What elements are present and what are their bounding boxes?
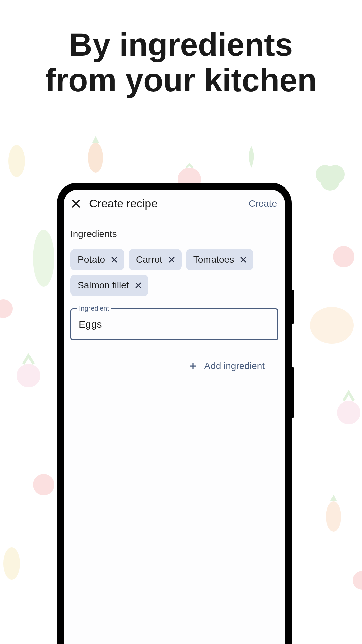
tomato-deco-icon: [30, 470, 57, 496]
heading-line1: By ingredients: [0, 27, 362, 62]
heading-line2: from your kitchen: [0, 62, 362, 98]
chip-label: Carrot: [136, 254, 162, 265]
chip-label: Tomatoes: [193, 254, 234, 265]
svg-point-10: [17, 364, 40, 387]
app-bar: Create recipe Create: [64, 190, 285, 217]
tomato-deco-icon: [352, 570, 362, 590]
create-button[interactable]: Create: [249, 198, 278, 209]
ingredient-input-wrapper: Ingredient: [70, 308, 278, 340]
svg-point-9: [310, 307, 354, 344]
screen-title: Create recipe: [89, 197, 241, 210]
phone-side-button: [292, 290, 294, 324]
radish-deco-icon: [335, 389, 362, 429]
svg-point-1: [8, 145, 25, 177]
phone-frame: Create recipe Create Ingredients Potato …: [57, 183, 292, 644]
remove-chip-icon[interactable]: [110, 256, 118, 264]
radish-deco-icon: [13, 352, 44, 392]
pumpkin-deco-icon: [307, 299, 357, 349]
corn-deco-icon: [5, 141, 28, 178]
ingredient-input[interactable]: [70, 308, 278, 340]
chip-label: Potato: [78, 254, 105, 265]
input-floating-label: Ingredient: [77, 305, 111, 312]
svg-point-8: [0, 299, 13, 318]
ingredient-chip[interactable]: Tomatoes: [186, 249, 253, 270]
ingredient-chip[interactable]: Potato: [70, 249, 124, 270]
corn-deco-icon: [0, 543, 23, 580]
svg-point-7: [333, 246, 354, 267]
ingredient-chip[interactable]: Carrot: [129, 249, 182, 270]
ingredient-chip[interactable]: Salmon fillet: [70, 275, 148, 296]
ingredients-section-label: Ingredients: [70, 229, 278, 239]
remove-chip-icon[interactable]: [239, 256, 247, 264]
svg-point-6: [33, 230, 54, 287]
add-ingredient-button[interactable]: Add ingredient: [70, 353, 278, 371]
plus-icon: [189, 362, 197, 370]
tomato-deco-icon: [0, 299, 13, 319]
carrot-deco-icon: [322, 493, 345, 533]
close-icon[interactable]: [70, 198, 82, 209]
svg-point-5: [321, 172, 340, 191]
carrot-deco-icon: [84, 134, 107, 174]
svg-point-13: [326, 501, 341, 532]
chip-label: Salmon fillet: [78, 280, 129, 291]
svg-point-15: [353, 571, 362, 590]
svg-point-14: [3, 547, 20, 580]
tomato-deco-icon: [330, 241, 357, 268]
ingredient-chips: Potato Carrot Tomatoes Salmon fillet: [70, 249, 278, 296]
broccoli-deco-icon: [312, 161, 349, 198]
remove-chip-icon[interactable]: [134, 281, 142, 289]
svg-point-11: [337, 401, 360, 424]
cucumber-deco-icon: [30, 228, 57, 288]
svg-point-0: [88, 143, 103, 173]
svg-point-12: [33, 474, 54, 495]
chili-deco-icon: [243, 143, 260, 169]
content-area: Ingredients Potato Carrot Tomatoes Salmo…: [64, 217, 285, 378]
phone-side-button: [292, 367, 294, 418]
add-ingredient-label: Add ingredient: [204, 361, 265, 371]
remove-chip-icon[interactable]: [168, 256, 176, 264]
phone-screen: Create recipe Create Ingredients Potato …: [64, 190, 285, 644]
page-heading: By ingredients from your kitchen: [0, 0, 362, 98]
